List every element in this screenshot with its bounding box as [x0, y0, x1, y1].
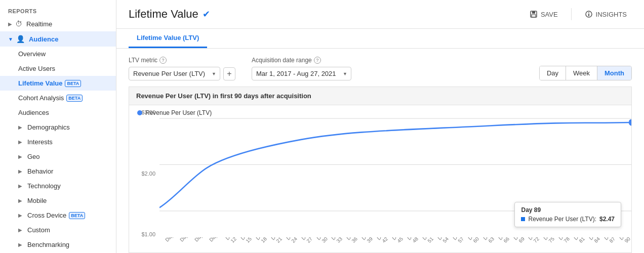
x-label: Day 0 [164, 237, 178, 243]
sidebar-item-label: Geo [27, 153, 40, 160]
chart-title: Revenue Per User (LTV) in first 90 days … [129, 87, 632, 105]
sidebar-item-geo[interactable]: ▶ Geo [0, 149, 116, 164]
x-label: Day 9 [208, 237, 222, 243]
ltv-metric-control: LTV metric ? Revenue Per User (LTV) + [129, 57, 235, 80]
sidebar-item-cohort-analysis[interactable]: Cohort Analysis BETA [0, 91, 116, 105]
save-button[interactable]: SAVE [525, 7, 563, 21]
tab-label: Lifetime Value (LTV) [137, 34, 199, 41]
y-axis: $3.00 $2.00 $1.00 [129, 105, 159, 237]
sidebar-item-label: Audience [29, 35, 59, 43]
sidebar-item-interests[interactable]: ▶ Interests [0, 135, 116, 149]
beta-badge: BETA [65, 80, 81, 87]
sidebar-reports-label: REPORTS [0, 4, 116, 16]
chevron-down-icon: ▼ [8, 36, 13, 42]
sidebar-item-label: Mobile [27, 197, 47, 204]
chevron-right-icon: ▶ [18, 139, 22, 145]
chevron-right-icon: ▶ [18, 242, 22, 247]
sidebar-item-label: Cohort Analysis [18, 94, 64, 102]
chevron-right-icon: ▶ [18, 124, 22, 130]
sidebar-item-label: Realtime [26, 20, 52, 28]
audience-icon: 👤 [16, 35, 25, 43]
sidebar-item-label: Active Users [18, 65, 55, 72]
sidebar-item-label: Interests [27, 138, 53, 146]
beta-badge: BETA [66, 95, 83, 102]
sidebar-item-overview[interactable]: Overview [0, 47, 116, 61]
save-label: SAVE [541, 11, 558, 18]
tooltip-day: Day 89 [521, 206, 615, 214]
svg-rect-1 [532, 11, 535, 14]
tab-bar: Lifetime Value (LTV) [116, 29, 644, 49]
chevron-right-icon: ▶ [18, 198, 22, 203]
x-label: Day 90 [616, 237, 631, 247]
ltv-metric-help-icon[interactable]: ? [159, 57, 167, 64]
chevron-right-icon: ▶ [18, 154, 22, 159]
sidebar-item-benchmarking[interactable]: ▶ Benchmarking [0, 237, 116, 252]
sidebar-item-label: Benchmarking [27, 241, 69, 248]
sidebar-item-label: Audiences [18, 109, 49, 116]
sidebar-item-label: Cross Device [27, 212, 66, 219]
svg-point-4 [588, 12, 589, 13]
acquisition-date-label: Acquisition date range ? [252, 57, 351, 64]
insights-icon [585, 10, 593, 18]
time-btn-week[interactable]: Week [566, 66, 597, 80]
save-icon [530, 10, 538, 18]
sidebar-item-behavior[interactable]: ▶ Behavior [0, 164, 116, 179]
sidebar-item-technology[interactable]: ▶ Technology [0, 179, 116, 193]
beta-badge: BETA [69, 212, 85, 219]
chevron-right-icon: ▶ [18, 183, 22, 189]
ltv-metric-label: LTV metric ? [129, 57, 235, 64]
sidebar: REPORTS ▶ ⏱ Realtime ▼ 👤 Audience Overvi… [0, 0, 116, 253]
add-metric-button[interactable]: + [223, 67, 235, 80]
realtime-icon: ⏱ [15, 20, 22, 28]
header-divider [571, 8, 572, 20]
page-title-text: Lifetime Value [129, 8, 198, 21]
x-axis: Day 0 Day 3 Day 6 Day 9 Day 12 Day 15 Da… [159, 237, 631, 252]
sidebar-item-active-users[interactable]: Active Users [0, 61, 116, 76]
chevron-right-icon: ▶ [18, 213, 22, 218]
tooltip-item: Revenue Per User (LTV): $2.47 [521, 216, 615, 223]
sidebar-item-realtime[interactable]: ▶ ⏱ Realtime [0, 16, 116, 31]
page-title: Lifetime Value ✔ [129, 8, 210, 21]
sidebar-item-label: Technology [27, 182, 61, 190]
sidebar-item-label: Custom [27, 226, 50, 234]
tooltip-metric-label: Revenue Per User (LTV): [528, 216, 596, 223]
verified-icon: ✔ [203, 9, 210, 20]
ltv-metric-select-wrapper: Revenue Per User (LTV) [129, 67, 220, 80]
sidebar-item-cross-device[interactable]: ▶ Cross Device BETA [0, 208, 116, 223]
tab-lifetime-value[interactable]: Lifetime Value (LTV) [129, 29, 207, 48]
acquisition-date-control: Acquisition date range ? Mar 1, 2017 - A… [252, 57, 351, 80]
tooltip-metric-value: $2.47 [599, 216, 615, 223]
sidebar-item-lifetime-value[interactable]: Lifetime Value BETA [0, 76, 116, 91]
sidebar-item-label: Behavior [27, 167, 53, 175]
sidebar-item-audience[interactable]: ▼ 👤 Audience [0, 31, 116, 47]
svg-rect-5 [588, 14, 589, 16]
insights-button[interactable]: INSIGHTS [580, 7, 632, 21]
chevron-icon: ▶ [8, 21, 12, 27]
y-label-3: $3.00 [133, 109, 155, 115]
x-label: Day 6 [193, 237, 207, 243]
time-btn-day[interactable]: Day [540, 66, 566, 80]
sidebar-item-label: Demographics [27, 123, 70, 131]
date-range-select[interactable]: Mar 1, 2017 - Aug 27, 2021 [252, 67, 351, 80]
chart-tooltip: Day 89 Revenue Per User (LTV): $2.47 [514, 202, 621, 227]
sidebar-item-audiences[interactable]: Audiences [0, 105, 116, 120]
sidebar-item-label: Lifetime Value [18, 79, 62, 87]
chevron-right-icon: ▶ [18, 227, 22, 233]
chevron-right-icon: ▶ [18, 168, 22, 174]
time-btn-month[interactable]: Month [597, 66, 631, 80]
sidebar-item-mobile[interactable]: ▶ Mobile [0, 193, 116, 208]
tooltip-dot [521, 217, 525, 221]
ltv-metric-select-row: Revenue Per User (LTV) + [129, 67, 235, 80]
y-label-2: $2.00 [133, 171, 155, 177]
chart-area: Revenue Per User (LTV) $3.00 $2.00 $1.00 [129, 105, 632, 253]
acquisition-date-help-icon[interactable]: ? [314, 57, 321, 64]
sidebar-item-custom[interactable]: ▶ Custom [0, 223, 116, 237]
ltv-metric-select[interactable]: Revenue Per User (LTV) [129, 67, 220, 80]
main-content: Lifetime Value ✔ SAVE INSIGHTS Lifetime … [116, 0, 644, 253]
time-range-buttons: Day Week Month [539, 66, 632, 80]
sidebar-item-demographics[interactable]: ▶ Demographics [0, 120, 116, 135]
chart-container: Revenue Per User (LTV) in first 90 days … [116, 87, 644, 253]
x-label: Day 3 [178, 237, 192, 243]
svg-point-9 [629, 119, 631, 125]
y-label-1: $1.00 [133, 231, 155, 237]
